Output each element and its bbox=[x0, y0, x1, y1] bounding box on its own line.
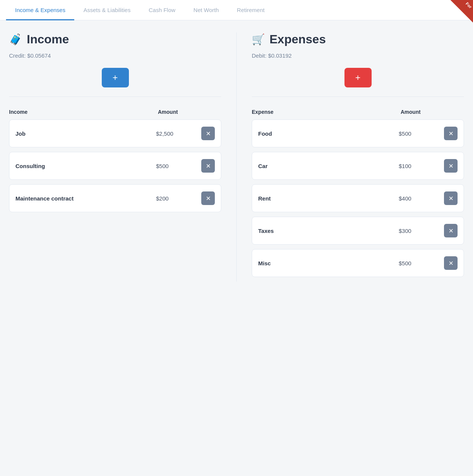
expenses-title: Expenses bbox=[269, 32, 326, 46]
remove-rent-button[interactable]: ✕ bbox=[444, 191, 458, 205]
expense-col-name-header: Expense bbox=[252, 109, 401, 115]
expense-item-food-amount: $500 bbox=[399, 130, 444, 137]
add-income-button[interactable]: + bbox=[102, 68, 129, 87]
income-header: 🧳 Income bbox=[9, 32, 221, 46]
income-add-container: + bbox=[9, 68, 221, 87]
tab-net-worth[interactable]: Net Worth bbox=[184, 0, 228, 20]
remove-consulting-button[interactable]: ✕ bbox=[201, 159, 215, 173]
income-item-consulting-amount: $500 bbox=[156, 163, 201, 169]
two-column-layout: 🧳 Income Credit: $0.05674 + Income Amoun… bbox=[9, 32, 464, 282]
income-table-header: Income Amount bbox=[9, 106, 221, 119]
expense-item-food: Food $500 ✕ bbox=[252, 119, 464, 147]
income-divider bbox=[9, 96, 221, 97]
remove-maintenance-button[interactable]: ✕ bbox=[201, 191, 215, 205]
expense-item-misc-name: Misc bbox=[258, 260, 399, 266]
income-item-maintenance-amount: $200 bbox=[156, 195, 201, 202]
expense-item-rent-name: Rent bbox=[258, 195, 399, 202]
income-col-name-header: Income bbox=[9, 109, 158, 115]
remove-car-button[interactable]: ✕ bbox=[444, 159, 458, 173]
expense-item-food-name: Food bbox=[258, 130, 399, 137]
expense-item-car: Car $100 ✕ bbox=[252, 152, 464, 180]
remove-food-button[interactable]: ✕ bbox=[444, 127, 458, 140]
expenses-debit: Debit: $0.03192 bbox=[252, 52, 464, 59]
expense-item-car-amount: $100 bbox=[399, 163, 444, 169]
expense-item-taxes-name: Taxes bbox=[258, 228, 399, 234]
main-content: 🧳 Income Credit: $0.05674 + Income Amoun… bbox=[0, 20, 473, 291]
income-column: 🧳 Income Credit: $0.05674 + Income Amoun… bbox=[9, 32, 237, 282]
tab-income-expenses[interactable]: Income & Expenses bbox=[6, 0, 74, 20]
expense-item-misc-amount: $500 bbox=[399, 260, 444, 266]
income-item-job-name: Job bbox=[15, 130, 156, 137]
expense-item-car-name: Car bbox=[258, 163, 399, 169]
remove-misc-button[interactable]: ✕ bbox=[444, 256, 458, 270]
remove-taxes-button[interactable]: ✕ bbox=[444, 224, 458, 237]
income-item-maintenance-name: Maintenance contract bbox=[15, 195, 156, 202]
income-item-job-amount: $2,500 bbox=[156, 130, 201, 137]
income-item-consulting: Consulting $500 ✕ bbox=[9, 152, 221, 180]
tab-bar: Income & Expenses Assets & Liabilities C… bbox=[0, 0, 473, 20]
income-item-job: Job $2,500 ✕ bbox=[9, 119, 221, 147]
tab-assets-liabilities[interactable]: Assets & Liabilities bbox=[74, 0, 139, 20]
income-title: Income bbox=[27, 32, 69, 46]
expense-item-taxes: Taxes $300 ✕ bbox=[252, 217, 464, 245]
expenses-table-header: Expense Amount bbox=[252, 106, 464, 119]
expenses-header: 🛒 Expenses bbox=[252, 32, 464, 46]
expenses-divider bbox=[252, 96, 464, 97]
income-col-amount-header: Amount bbox=[158, 109, 203, 115]
expense-item-rent: Rent $400 ✕ bbox=[252, 184, 464, 212]
expenses-icon: 🛒 bbox=[252, 33, 265, 46]
income-credit: Credit: $0.05674 bbox=[9, 52, 221, 59]
add-expense-button[interactable]: + bbox=[344, 68, 372, 87]
remove-job-button[interactable]: ✕ bbox=[201, 127, 215, 140]
expense-item-misc: Misc $500 ✕ bbox=[252, 249, 464, 277]
expense-item-taxes-amount: $300 bbox=[399, 228, 444, 234]
income-item-consulting-name: Consulting bbox=[15, 163, 156, 169]
income-icon: 🧳 bbox=[9, 33, 22, 46]
tab-cash-flow[interactable]: Cash Flow bbox=[139, 0, 184, 20]
corner-badge: For bbox=[450, 0, 473, 23]
expenses-add-container: + bbox=[252, 68, 464, 87]
tab-retirement[interactable]: Retirement bbox=[228, 0, 274, 20]
expenses-column: 🛒 Expenses Debit: $0.03192 + Expense Amo… bbox=[237, 32, 464, 282]
expense-item-rent-amount: $400 bbox=[399, 195, 444, 202]
expense-col-amount-header: Amount bbox=[401, 109, 446, 115]
income-item-maintenance: Maintenance contract $200 ✕ bbox=[9, 184, 221, 212]
